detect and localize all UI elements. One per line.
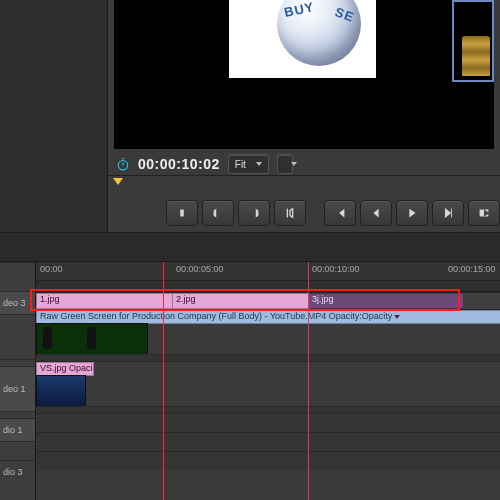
- track-header-audio1[interactable]: dio 1: [0, 418, 35, 441]
- track-header-spacer: [0, 359, 35, 366]
- panel-divider[interactable]: [0, 232, 500, 262]
- track-gap: [36, 354, 500, 361]
- go-to-previous-button[interactable]: [324, 200, 356, 226]
- stopwatch-icon: [116, 157, 130, 171]
- secondary-dropdown[interactable]: [277, 154, 293, 174]
- tracks-area[interactable]: 00:00 00:00:05:00 00:00:10:00 00:00:15:0…: [36, 262, 500, 500]
- track-header-spacer2: [0, 411, 35, 418]
- chevron-down-icon: [291, 162, 297, 166]
- ruler-tick: 00:00:10:00: [312, 264, 360, 274]
- track-header-video2[interactable]: [0, 314, 35, 359]
- left-panel-edge: [0, 0, 108, 232]
- track-headers: deo 3 deo 1 dio 1 dio 3: [0, 262, 36, 500]
- track-video3[interactable]: 1.jpg 2.jpg 3j.jpg: [36, 292, 500, 309]
- clip-3jpg[interactable]: 3j.jpg: [308, 293, 464, 309]
- scrub-bar[interactable]: [36, 281, 500, 292]
- clip-2jpg[interactable]: 2.jpg: [172, 293, 316, 309]
- fit-dropdown[interactable]: Fit: [228, 154, 269, 174]
- timeline-panel: deo 3 deo 1 dio 1 dio 3 00:00 00:00:05:0…: [0, 262, 500, 500]
- go-to-out-button[interactable]: [274, 200, 306, 226]
- chevron-down-icon: [256, 162, 262, 166]
- coin-stack-graphic: [462, 36, 490, 76]
- track-audio2[interactable]: [36, 432, 500, 451]
- step-back-button[interactable]: [360, 200, 392, 226]
- clip-1jpg[interactable]: 1.jpg: [36, 293, 180, 309]
- clip-vsjpg[interactable]: VS.jpg Opacity:Opacity: [36, 362, 94, 376]
- svg-rect-1: [180, 210, 184, 217]
- track-audio1[interactable]: [36, 413, 500, 432]
- program-monitor-panel: BUY SE 00:00:10:02 Fit: [108, 0, 500, 232]
- person-silhouette-icon: [43, 327, 52, 349]
- track-header-video3[interactable]: deo 3: [0, 291, 35, 314]
- time-ruler[interactable]: 00:00 00:00:05:00 00:00:10:00 00:00:15:0…: [36, 262, 500, 281]
- track-header-audio3[interactable]: dio 3: [0, 460, 35, 483]
- ruler-head-spacer: [0, 262, 35, 291]
- playhead-marker-icon[interactable]: [113, 178, 123, 185]
- track-gap2: [36, 406, 500, 413]
- step-forward-button[interactable]: [432, 200, 464, 226]
- track-header-audio2[interactable]: [0, 441, 35, 460]
- transport-controls: [108, 196, 500, 226]
- opacity-dropdown-icon[interactable]: [394, 315, 400, 319]
- track-video2[interactable]: Raw Green Screen for Production Company …: [36, 309, 500, 354]
- timecode-bar: 00:00:10:02 Fit: [114, 153, 494, 175]
- current-timecode[interactable]: 00:00:10:02: [138, 156, 220, 172]
- go-to-in-button[interactable]: [238, 200, 270, 226]
- preview-clip-globe: BUY SE: [229, 0, 376, 78]
- preview-clip-coins: [452, 0, 494, 82]
- clip-greenscreen[interactable]: Raw Green Screen for Production Company …: [36, 310, 500, 324]
- go-to-next-button[interactable]: [468, 200, 500, 226]
- fit-label: Fit: [235, 159, 246, 170]
- track-audio3[interactable]: [36, 451, 500, 470]
- spacer: [310, 200, 320, 226]
- track-video1[interactable]: VS.jpg Opacity:Opacity: [36, 361, 500, 406]
- program-monitor-video[interactable]: BUY SE: [114, 0, 494, 149]
- ruler-tick: 00:00: [40, 264, 63, 274]
- play-button[interactable]: [396, 200, 428, 226]
- mark-out-button[interactable]: [202, 200, 234, 226]
- person-silhouette-icon: [87, 327, 96, 349]
- clip-thumbnail-vs: [36, 375, 86, 407]
- track-header-video1[interactable]: deo 1: [0, 366, 35, 411]
- ruler-tick: 00:00:15:00: [448, 264, 496, 274]
- ruler-tick: 00:00:05:00: [176, 264, 224, 274]
- program-mini-timeline[interactable]: [108, 175, 500, 196]
- clip-thumbnail: [36, 323, 148, 355]
- mark-in-button[interactable]: [166, 200, 198, 226]
